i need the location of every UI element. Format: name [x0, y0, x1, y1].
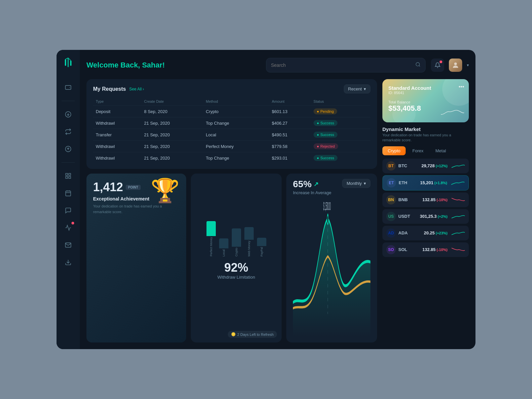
svg-point-21	[454, 63, 457, 65]
chart-header: 65% ↗ Increase In Average Monthly ▾	[293, 179, 370, 195]
svg-rect-11	[69, 174, 71, 176]
table-row[interactable]: Deposit 8 Sep, 2020 Crypto $601.13 ● Pen…	[93, 106, 370, 117]
trophy-icon: 🏆	[151, 177, 180, 204]
bar	[206, 221, 216, 236]
row-method: Top Change	[203, 117, 269, 129]
tab-metal[interactable]: Metal	[430, 146, 452, 155]
bar	[257, 238, 266, 246]
status-badge: ● Success	[314, 155, 337, 161]
crypto-item-eth[interactable]: ET ETH 15,201(+1.8%)	[382, 175, 469, 191]
table-row[interactable]: Withdrawl 21 Sep, 2020 Perfect Money $77…	[93, 141, 370, 152]
account-id: ID: 85641	[388, 91, 463, 95]
bar-item: Local	[219, 238, 228, 257]
bar-item: Perfect Money	[206, 221, 216, 256]
refresh-badge: 🪙 2 Days Left to Refresh	[228, 331, 277, 338]
tab-crypto[interactable]: Crypto	[382, 146, 406, 155]
chart-badge	[71, 222, 74, 224]
row-status: ● Success	[311, 152, 370, 164]
crypto-sparkline	[451, 180, 465, 186]
row-type: Withdrawl	[93, 117, 141, 129]
bar	[232, 228, 241, 247]
col-method: Method	[203, 97, 269, 106]
row-amount: $601.13	[269, 106, 311, 117]
svg-line-20	[419, 66, 420, 66]
crypto-icon: AD	[386, 228, 396, 238]
chart-stats: 65% ↗ Increase In Average	[293, 179, 342, 195]
crypto-change: (-10%)	[437, 198, 448, 202]
row-date: 21 Sep, 2020	[141, 152, 203, 164]
chart-percent: 65% ↗	[293, 179, 342, 190]
crypto-change: (+2%)	[438, 214, 448, 218]
sidebar-item-mail[interactable]	[61, 238, 75, 252]
crypto-item-btc[interactable]: BT BTC 29,728(+12%)	[382, 159, 469, 173]
svg-rect-2	[70, 61, 71, 66]
crypto-change: (+1.8%)	[434, 181, 447, 185]
row-method: Top Change	[203, 152, 269, 164]
crypto-item-bnb[interactable]: BN BNB 132.85(-10%)	[382, 193, 469, 207]
sidebar-item-save[interactable]	[61, 255, 75, 270]
row-status: ● Success	[311, 129, 370, 141]
row-date: 21 Sep, 2020	[141, 129, 203, 141]
svg-point-19	[416, 63, 420, 66]
account-menu[interactable]: •••	[459, 84, 464, 90]
row-amount: $293.01	[269, 152, 311, 164]
table-row[interactable]: Transfer 21 Sep, 2020 Local $490.51 ● Su…	[93, 129, 370, 141]
notification-button[interactable]	[431, 59, 444, 72]
user-dropdown-arrow[interactable]: ▾	[467, 63, 469, 67]
row-date: 8 Sep, 2020	[141, 106, 203, 117]
market-desc: Your dedication on trade has earned you …	[382, 133, 469, 143]
sidebar-item-transfer[interactable]	[61, 124, 75, 139]
tab-forex[interactable]: Forex	[407, 146, 429, 155]
coin-icon: 🪙	[231, 332, 236, 336]
requests-header: My Requests See All › Recent ▾	[93, 84, 370, 93]
sidebar-item-download[interactable]	[61, 107, 75, 122]
row-status: ● Rejected	[311, 141, 370, 152]
search-icon	[415, 62, 421, 68]
row-method: Crypto	[203, 106, 269, 117]
sidebar-item-chart[interactable]	[61, 220, 75, 235]
bar-item: PayPal	[257, 238, 266, 257]
bar-label: Perfect Money	[209, 237, 213, 256]
user-avatar[interactable]	[449, 59, 462, 72]
crypto-price: 29,728(+12%)	[421, 163, 448, 168]
header-actions: ▾	[431, 59, 469, 72]
welcome-text: Welcome Back,	[86, 61, 140, 69]
col-amount: Amount	[269, 97, 311, 106]
market-section: Dynamic Market Your dedication on trade …	[382, 126, 469, 342]
sidebar-item-apps[interactable]	[61, 169, 75, 183]
monthly-dropdown[interactable]: Monthly ▾	[342, 179, 370, 188]
sidebar-item-upload[interactable]	[61, 142, 75, 156]
search-input[interactable]	[271, 63, 413, 68]
sidebar-item-calendar[interactable]	[61, 186, 75, 200]
row-type: Deposit	[93, 106, 141, 117]
see-all-link[interactable]: See All ›	[129, 87, 144, 91]
crypto-name: ETH	[399, 180, 417, 185]
header: Welcome Back, Sahar! ▾	[86, 58, 469, 72]
svg-rect-13	[69, 177, 71, 179]
notification-badge	[440, 61, 442, 63]
requests-card: My Requests See All › Recent ▾	[86, 79, 377, 169]
crypto-sparkline	[452, 213, 465, 220]
search-bar[interactable]	[266, 58, 426, 72]
table-row[interactable]: Withdrawl 21 Sep, 2020 Top Change $293.0…	[93, 152, 370, 164]
recent-dropdown[interactable]: Recent ▾	[344, 84, 370, 93]
crypto-icon: BT	[386, 161, 396, 171]
crypto-item-sol[interactable]: SO SOL 132.85(-10%)	[382, 242, 469, 257]
withdraw-label: Withdraw Limitation	[217, 275, 255, 280]
bar-label: Web Money	[247, 241, 251, 257]
sidebar-item-wallet[interactable]	[61, 80, 75, 95]
row-method: Local	[203, 129, 269, 141]
status-badge: ● Rejected	[314, 143, 338, 149]
crypto-name: BNB	[398, 197, 420, 202]
bar	[244, 227, 254, 240]
crypto-icon: SO	[386, 245, 396, 254]
crypto-icon: ET	[387, 178, 396, 188]
sidebar-item-message[interactable]	[61, 203, 75, 218]
table-row[interactable]: Withdrawl 21 Sep, 2020 Top Change $406.2…	[93, 117, 370, 129]
row-type: Withdrawl	[93, 152, 141, 164]
crypto-item-ada[interactable]: AD ADA 20.25(+23%)	[382, 226, 469, 240]
svg-rect-5	[66, 85, 71, 89]
row-status: ● Success	[311, 117, 370, 129]
svg-rect-10	[66, 174, 68, 176]
crypto-item-usdt[interactable]: US USDT 301,25.3(+2%)	[382, 209, 469, 224]
